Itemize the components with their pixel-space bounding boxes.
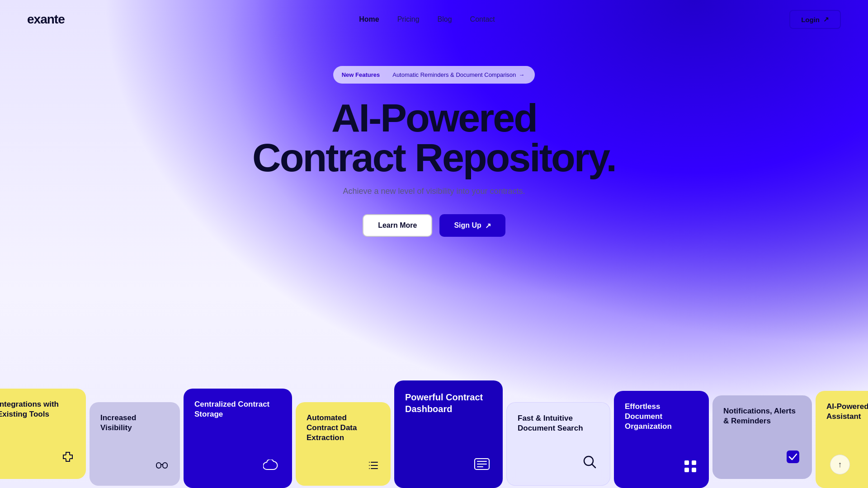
svg-rect-17 [787,450,799,463]
list-icon [367,459,380,475]
hero-title-line2: Contract Repository. [252,135,616,180]
svg-rect-0 [156,463,161,468]
svg-rect-7 [369,468,370,469]
nav-home[interactable]: Home [359,15,379,23]
card-storage[interactable]: Centralized Contract Storage [184,389,292,488]
card-search-title: Fast & Intuitive Document Search [518,413,599,433]
nav-blog[interactable]: Blog [438,15,452,23]
card-notifications[interactable]: Notifications, Alerts & Reminders [712,395,812,479]
card-storage-title: Centralized Contract Storage [194,399,281,419]
card-integrations-title: Integrations with Existing Tools [0,399,75,419]
card-dashboard[interactable]: Powerful Contract Dashboard [394,380,503,488]
card-effortless-title: Effortless Document Organization [625,402,698,432]
search-icon [581,453,599,474]
svg-rect-11 [477,466,483,467]
grid-icon [683,459,698,477]
svg-rect-13 [684,460,689,465]
badge-link-label: Automatic Reminders & Document Compariso… [392,71,516,78]
login-label: Login [801,16,820,23]
feature-cards-row: Integrations with Existing Tools Increas… [0,380,868,488]
hero-title: AI-Powered Contract Repository. [252,98,616,178]
card-extraction-title: Automated Contract Data Extraction [307,413,380,443]
scroll-to-top-button[interactable]: ↑ [830,455,850,474]
svg-rect-15 [684,468,689,472]
svg-rect-6 [371,468,378,469]
svg-rect-10 [477,464,487,465]
svg-rect-16 [692,468,696,472]
card-integrations[interactable]: Integrations with Existing Tools [0,389,86,479]
cloud-icon [263,460,281,477]
svg-rect-9 [477,461,487,462]
nav-links: Home Pricing Blog Contact [359,15,495,23]
card-visibility[interactable]: Increased Visibility [90,402,180,486]
hero-section: New Features Automatic Reminders & Docum… [0,39,868,264]
nav-pricing[interactable]: Pricing [397,15,420,23]
nav-contact[interactable]: Contact [470,15,495,23]
check-icon [785,449,801,468]
learn-more-button[interactable]: Learn More [363,214,432,237]
logo[interactable]: exante [27,12,65,27]
external-link-icon: ↗ [823,15,829,23]
card-search[interactable]: Fast & Intuitive Document Search [506,402,610,486]
sign-up-button[interactable]: Sign Up ↗ [439,214,505,237]
svg-rect-3 [369,462,370,463]
login-button[interactable]: Login ↗ [789,10,841,29]
hero-title-line1: AI-Powered [331,95,537,140]
svg-rect-14 [692,460,696,465]
svg-rect-2 [371,462,378,463]
badge-new-label: New Features [342,71,380,78]
card-effortless[interactable]: Effortless Document Organization [614,391,709,488]
arrow-icon: → [519,71,524,78]
binoculars-icon [155,457,169,475]
svg-rect-4 [371,465,378,466]
dashboard-icon [472,454,492,477]
signup-label: Sign Up [454,221,481,230]
svg-rect-5 [369,465,370,466]
signup-arrow-icon: ↗ [485,221,491,230]
scroll-top-icon: ↑ [838,460,842,469]
card-notifications-title: Notifications, Alerts & Reminders [723,406,801,426]
card-ai-title: AI-Powered Contract Assistant [826,402,868,422]
badge-link[interactable]: Automatic Reminders & Document Compariso… [385,69,532,80]
card-extraction[interactable]: Automated Contract Data Extraction [296,402,391,486]
navbar: exante Home Pricing Blog Contact Login ↗ [0,0,868,39]
card-dashboard-title: Powerful Contract Dashboard [405,391,492,415]
card-visibility-title: Increased Visibility [100,413,169,433]
hero-buttons: Learn More Sign Up ↗ [363,214,505,237]
svg-rect-1 [163,463,167,468]
puzzle-icon [61,450,75,468]
hero-subtitle: Achieve a new level of visibility into y… [343,187,525,196]
feature-badge[interactable]: New Features Automatic Reminders & Docum… [333,66,535,84]
